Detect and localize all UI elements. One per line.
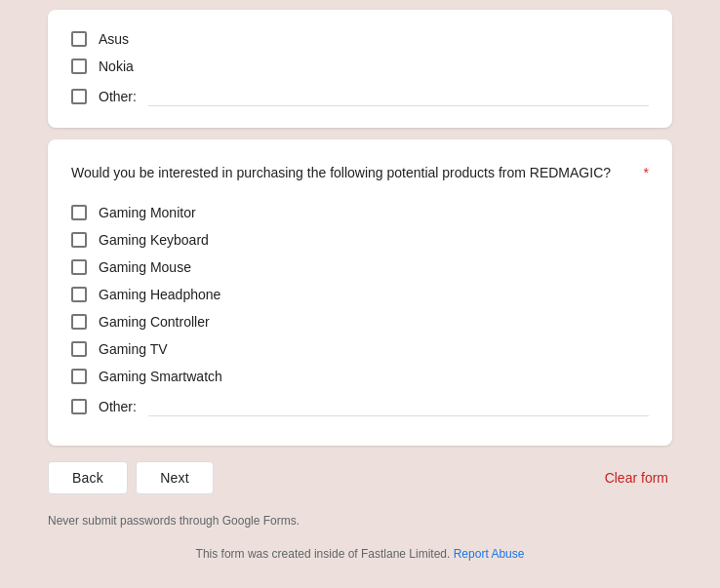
q-other-checkbox[interactable]	[71, 399, 87, 414]
report-abuse-link[interactable]: Report Abuse	[454, 547, 525, 561]
q-other-item: Other:	[71, 390, 649, 422]
tv-label[interactable]: Gaming TV	[99, 341, 168, 357]
top-other-input[interactable]	[148, 86, 649, 106]
smartwatch-item: Gaming Smartwatch	[71, 363, 649, 390]
top-other-checkbox[interactable]	[71, 89, 87, 104]
back-button[interactable]: Back	[48, 461, 128, 494]
controller-checkbox[interactable]	[71, 314, 87, 330]
asus-label[interactable]: Asus	[99, 31, 129, 47]
nokia-checkbox[interactable]	[71, 59, 87, 74]
monitor-checkbox[interactable]	[71, 205, 87, 220]
headphone-label[interactable]: Gaming Headphone	[99, 287, 220, 302]
footer-warning: Never submit passwords through Google Fo…	[48, 514, 672, 528]
required-star: *	[644, 165, 649, 180]
keyboard-label[interactable]: Gaming Keyboard	[99, 232, 209, 248]
keyboard-item: Gaming Keyboard	[71, 226, 649, 254]
smartwatch-label[interactable]: Gaming Smartwatch	[99, 369, 222, 384]
footer-info: This form was created inside of Fastlane…	[48, 547, 672, 561]
next-button[interactable]: Next	[136, 461, 214, 494]
mouse-item: Gaming Mouse	[71, 254, 649, 281]
tv-checkbox[interactable]	[71, 341, 87, 357]
top-choices-card: Asus Nokia Other:	[48, 10, 672, 128]
mouse-checkbox[interactable]	[71, 259, 87, 275]
mouse-label[interactable]: Gaming Mouse	[99, 259, 191, 275]
question-text: Would you be interested in purchasing th…	[71, 163, 640, 183]
controller-label[interactable]: Gaming Controller	[99, 314, 210, 330]
top-other-item: Other:	[71, 80, 649, 112]
q-other-label: Other:	[99, 399, 137, 414]
footer-info-text: This form was created inside of Fastlane…	[196, 547, 451, 561]
controller-item: Gaming Controller	[71, 308, 649, 335]
question-header: Would you be interested in purchasing th…	[71, 163, 649, 183]
monitor-label[interactable]: Gaming Monitor	[99, 205, 196, 220]
button-row: Back Next Clear form	[48, 457, 672, 498]
tv-item: Gaming TV	[71, 335, 649, 363]
question-card: Would you be interested in purchasing th…	[48, 139, 672, 446]
asus-checkbox[interactable]	[71, 31, 87, 47]
smartwatch-checkbox[interactable]	[71, 369, 87, 384]
nav-buttons: Back Next	[48, 461, 214, 494]
monitor-item: Gaming Monitor	[71, 199, 649, 226]
q-other-input[interactable]	[148, 396, 649, 416]
clear-form-button[interactable]: Clear form	[601, 462, 672, 493]
top-other-label: Other:	[99, 89, 137, 104]
nokia-label[interactable]: Nokia	[99, 59, 134, 74]
headphone-item: Gaming Headphone	[71, 281, 649, 308]
nokia-item: Nokia	[71, 53, 649, 80]
keyboard-checkbox[interactable]	[71, 232, 87, 248]
asus-item: Asus	[71, 25, 649, 53]
headphone-checkbox[interactable]	[71, 287, 87, 302]
